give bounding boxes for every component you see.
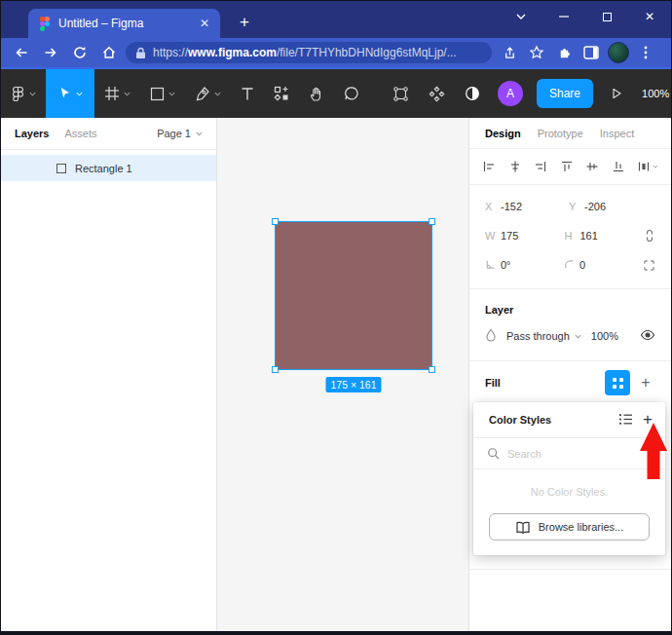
style-list-icon[interactable] — [618, 413, 633, 428]
design-canvas[interactable]: 175 × 161 — [217, 118, 468, 631]
zoom-level: 100% — [642, 88, 669, 99]
browser-menu-icon[interactable] — [632, 40, 659, 65]
opacity-field[interactable]: 100% — [591, 330, 618, 342]
figma-main-menu[interactable] — [1, 69, 46, 118]
url-text: https://www.figma.com/file/T7THYhbDHNdIg… — [153, 46, 457, 59]
back-button[interactable] — [7, 40, 36, 65]
chevron-down-icon — [124, 92, 131, 96]
share-page-icon[interactable] — [496, 40, 523, 65]
fill-styles-button[interactable] — [605, 370, 630, 395]
inspector-panel: Design Prototype Inspect X-152 — [468, 118, 671, 631]
layer-name: Rectangle 1 — [75, 163, 132, 174]
extensions-icon[interactable] — [550, 40, 578, 65]
browser-window: Untitled – Figma ✕ + ✕ — [0, 0, 672, 635]
minimize-button[interactable] — [542, 1, 585, 32]
align-v-center-button[interactable] — [585, 160, 599, 173]
x-position-field[interactable]: X-152 — [485, 201, 569, 212]
forward-button[interactable] — [36, 40, 65, 65]
side-panel-icon[interactable] — [578, 40, 605, 65]
rotation-field[interactable]: 0° — [485, 259, 564, 272]
add-fill-button[interactable]: + — [634, 370, 657, 395]
distribute-menu-button[interactable] — [637, 160, 658, 173]
comment-tool[interactable] — [334, 69, 369, 118]
rectangle-layer-icon — [56, 164, 66, 173]
layer-item-rectangle-1[interactable]: Rectangle 1 — [1, 155, 216, 181]
canvas-rectangle[interactable]: 175 × 161 — [276, 222, 431, 369]
panel-divider — [469, 569, 671, 570]
chevron-down-icon — [29, 92, 36, 96]
figma-logo-icon — [11, 86, 25, 101]
reload-button[interactable] — [65, 40, 94, 65]
browse-libraries-label: Browse libraries... — [539, 521, 623, 533]
visibility-eye-icon[interactable] — [640, 329, 655, 343]
resize-handle-bottom-right[interactable] — [429, 366, 435, 373]
mask-tool[interactable] — [455, 69, 490, 118]
y-position-field[interactable]: Y-206 — [569, 201, 653, 212]
pen-tool[interactable] — [185, 69, 231, 118]
align-right-button[interactable] — [534, 160, 547, 173]
play-icon — [609, 86, 624, 101]
align-left-button[interactable] — [482, 160, 496, 173]
style-search[interactable] — [473, 438, 665, 469]
close-window-button[interactable]: ✕ — [628, 1, 671, 32]
constrain-proportions-icon[interactable] — [644, 229, 655, 243]
corner-radius-field[interactable]: 0 — [564, 259, 643, 272]
rectangle-icon — [150, 87, 165, 101]
resize-handle-top-right[interactable] — [429, 218, 435, 225]
tab-close-icon[interactable]: ✕ — [197, 16, 212, 31]
resources-tool[interactable] — [264, 69, 299, 118]
frame-icon — [104, 86, 120, 101]
maximize-button[interactable] — [585, 1, 628, 32]
blend-mode-select[interactable]: Pass through — [506, 330, 570, 342]
zoom-menu[interactable]: 100% — [634, 88, 672, 99]
tab-search-icon[interactable] — [500, 1, 542, 32]
tab-inspect[interactable]: Inspect — [600, 128, 634, 139]
tab-assets[interactable]: Assets — [64, 128, 96, 139]
share-button[interactable]: Share — [537, 79, 593, 108]
bookmark-star-icon[interactable] — [523, 40, 550, 65]
present-button[interactable] — [599, 86, 634, 101]
width-field[interactable]: W175 — [485, 230, 565, 242]
edit-object-icon — [392, 86, 409, 102]
align-h-center-button[interactable] — [508, 160, 522, 173]
user-avatar[interactable]: A — [498, 81, 523, 106]
chevron-down-icon — [214, 92, 221, 96]
height-field[interactable]: H161 — [565, 230, 645, 242]
search-input[interactable] — [507, 448, 624, 460]
figma-favicon-icon — [40, 17, 51, 31]
frame-tool[interactable] — [94, 69, 140, 118]
independent-corners-icon[interactable] — [643, 259, 655, 272]
search-icon — [487, 447, 500, 460]
pen-icon — [195, 86, 210, 101]
resize-handle-top-left[interactable] — [272, 218, 279, 225]
browse-libraries-button[interactable]: Browse libraries... — [489, 513, 650, 541]
browser-tab[interactable]: Untitled – Figma ✕ — [28, 9, 220, 38]
chevron-down-icon — [653, 165, 658, 168]
edit-object-tool[interactable] — [383, 69, 419, 118]
tab-prototype[interactable]: Prototype — [538, 128, 583, 139]
tab-layers[interactable]: Layers — [15, 128, 49, 139]
empty-styles-message: No Color Styles. — [473, 469, 665, 502]
align-top-button[interactable] — [560, 160, 574, 173]
browser-navbar: https://www.figma.com/file/T7THYhbDHNdIg… — [1, 38, 671, 67]
component-icon — [429, 86, 445, 102]
page-label: Page 1 — [157, 128, 191, 139]
comment-icon — [344, 86, 359, 101]
address-bar[interactable]: https://www.figma.com/file/T7THYhbDHNdIg… — [126, 42, 492, 63]
shape-tool[interactable] — [140, 69, 185, 118]
resize-handle-bottom-left[interactable] — [272, 366, 279, 373]
browser-profile-avatar[interactable] — [608, 42, 629, 63]
tab-title: Untitled – Figma — [58, 17, 197, 30]
new-tab-button[interactable]: + — [233, 11, 256, 34]
tab-design[interactable]: Design — [485, 128, 521, 139]
annotation-arrow-icon — [639, 423, 668, 480]
hand-tool[interactable] — [299, 69, 334, 118]
move-tool[interactable] — [46, 69, 94, 118]
home-button[interactable] — [94, 40, 124, 65]
create-component-tool[interactable] — [419, 69, 455, 118]
text-tool[interactable] — [231, 69, 264, 118]
color-styles-popup: Color Styles + No Color Styles. Browse — [473, 402, 665, 555]
page-selector[interactable]: Page 1 — [157, 128, 203, 139]
align-bottom-button[interactable] — [612, 160, 625, 173]
browser-titlebar: Untitled – Figma ✕ + ✕ — [1, 1, 671, 38]
